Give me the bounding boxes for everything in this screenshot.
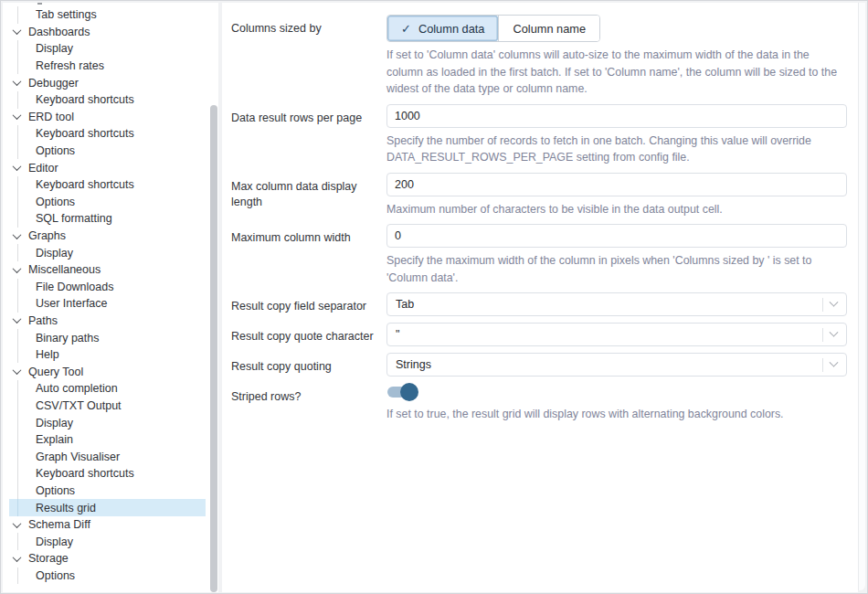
result-copy-quote-character-select[interactable]: ": [386, 323, 847, 346]
pref-help-columns-sized-by: If set to 'Column data' columns will aut…: [386, 47, 847, 98]
pref-help-striped-rows: If set to true, the result grid will dis…: [386, 406, 847, 423]
tree-item-display[interactable]: Display: [9, 414, 206, 431]
tree-item-tab-settings[interactable]: Tab settings: [9, 6, 206, 24]
tree-item-graph-visualiser[interactable]: Graph Visualiser: [9, 448, 206, 465]
columns-sized-by-option-column-name[interactable]: Column name: [498, 16, 599, 41]
pref-row-result-copy-quoting: Result copy quotingStrings: [231, 353, 847, 377]
pref-help-max-column-data-display-length: Maximum number of characters to be visib…: [386, 201, 847, 218]
preferences-panel: Columns sized by✓Column dataColumn nameI…: [222, 3, 858, 592]
tree-item-options[interactable]: Options: [9, 567, 206, 585]
tree-item-graphs[interactable]: Graphs: [9, 228, 206, 245]
tree-item-label: Binary paths: [36, 332, 99, 345]
chevron-down-icon[interactable]: [13, 111, 22, 120]
tree-item-user-interface[interactable]: User Interface: [9, 295, 206, 313]
chevron-down-icon[interactable]: [13, 553, 22, 562]
tree-item-label: Help: [36, 348, 59, 361]
tree-item-label: Options: [36, 196, 75, 208]
tree-item-keyboard-shortcuts[interactable]: Keyboard shortcuts: [9, 465, 206, 483]
tree-item-auto-completion[interactable]: Auto completion: [9, 380, 206, 398]
tree-item-refresh-rates[interactable]: Refresh rates: [9, 58, 206, 75]
pref-row-result-copy-field-separator: Result copy field separatorTab: [231, 292, 847, 316]
tree-item-miscellaneous[interactable]: Miscellaneous: [9, 261, 206, 279]
tree-item-label: CSV/TXT Output: [36, 399, 122, 412]
tree-item-explain[interactable]: Explain: [9, 431, 206, 449]
tree-item-dashboards[interactable]: Dashboards: [9, 24, 206, 41]
tree-item-display[interactable]: Display: [9, 40, 206, 58]
striped-rows-toggle[interactable]: [386, 383, 418, 401]
select-separator: [822, 358, 823, 372]
tree-item-keyboard-shortcuts[interactable]: Keyboard shortcuts: [9, 125, 206, 143]
pref-row-striped-rows: Striped rows?If set to true, the result …: [231, 383, 847, 423]
tree-item-keyboard-shortcuts[interactable]: Keyboard shortcuts: [9, 176, 206, 194]
tree-item-debugger[interactable]: Debugger: [9, 74, 206, 91]
tree-item-label: Options: [36, 144, 75, 157]
pref-row-maximum-column-width: Maximum column widthSpecify the maximum …: [231, 224, 847, 286]
tree-item-csv-txt-output[interactable]: CSV/TXT Output: [9, 398, 206, 415]
pref-label-maximum-column-width: Maximum column width: [231, 224, 386, 286]
tree-item-label: Results grid: [36, 502, 96, 514]
tree-item-options[interactable]: Options: [9, 483, 206, 500]
chevron-down-icon: [830, 357, 839, 366]
tree-item-editor[interactable]: Editor: [9, 159, 206, 176]
tree-item-label: Display: [36, 247, 73, 260]
preferences-window: Tab settingsDashboardsDisplayRefresh rat…: [0, 0, 868, 594]
chevron-down-icon[interactable]: [13, 519, 22, 528]
tree-item-keyboard-shortcuts[interactable]: Keyboard shortcuts: [9, 91, 206, 109]
tree-item-label: Debugger: [28, 77, 79, 90]
pref-label-data-result-rows-per-page: Data result rows per page: [231, 104, 386, 166]
columns-sized-by-toggle-group: ✓Column dataColumn name: [386, 15, 600, 42]
pref-label-columns-sized-by: Columns sized by: [231, 15, 386, 98]
panel-scrollbar[interactable]: [858, 3, 865, 590]
tree-item-help[interactable]: Help: [9, 346, 206, 364]
chevron-down-icon[interactable]: [13, 366, 22, 375]
maximum-column-width-input[interactable]: [386, 224, 847, 248]
pref-label-striped-rows: Striped rows?: [231, 383, 386, 423]
tree-item-display[interactable]: Display: [9, 533, 206, 550]
tree-item-label: Options: [36, 484, 75, 497]
tree-item-sql-formatting[interactable]: SQL formatting: [9, 210, 206, 228]
chevron-down-icon[interactable]: [13, 230, 22, 239]
tree-item-results-grid[interactable]: Results grid: [9, 499, 206, 516]
tree-item-storage[interactable]: Storage: [9, 550, 206, 567]
tree-item-binary-paths[interactable]: Binary paths: [9, 329, 206, 346]
tree-item-label: Refresh rates: [36, 59, 104, 72]
tree-item-paths[interactable]: Paths: [9, 313, 206, 330]
tree-item-label: Auto completion: [36, 382, 118, 395]
select-value: Strings: [396, 358, 822, 371]
tree-item-label: Display: [36, 42, 73, 55]
preferences-sidebar: Tab settingsDashboardsDisplayRefresh rat…: [3, 3, 218, 592]
result-copy-field-separator-select[interactable]: Tab: [386, 292, 847, 316]
tree-item-options[interactable]: Options: [9, 143, 206, 160]
select-separator: [822, 328, 823, 342]
data-result-rows-per-page-input[interactable]: [386, 104, 847, 128]
tree-item-file-downloads[interactable]: File Downloads: [9, 279, 206, 296]
select-value: ": [396, 328, 822, 341]
tree-item-options[interactable]: Options: [9, 194, 206, 211]
preferences-tree: Tab settingsDashboardsDisplayRefresh rat…: [9, 6, 206, 584]
tree-item-label: Graphs: [28, 229, 66, 242]
sidebar-scrollbar-thumb[interactable]: [210, 105, 217, 592]
pref-row-data-result-rows-per-page: Data result rows per pageSpecify the num…: [231, 104, 847, 166]
pref-label-result-copy-quoting: Result copy quoting: [231, 353, 386, 377]
chevron-down-icon[interactable]: [13, 27, 22, 36]
tree-item-label: Schema Diff: [28, 518, 90, 531]
tree-item-query-tool[interactable]: Query Tool: [9, 363, 206, 380]
columns-sized-by-option-column-data[interactable]: ✓Column data: [387, 16, 498, 41]
chevron-down-icon[interactable]: [13, 315, 22, 324]
chevron-down-icon[interactable]: [13, 264, 22, 273]
tree-item-label: Storage: [28, 552, 69, 565]
chevron-down-icon[interactable]: [13, 77, 22, 86]
tree-item-schema-diff[interactable]: Schema Diff: [9, 516, 206, 534]
max-column-data-display-length-input[interactable]: [386, 173, 847, 196]
clipped-tree-item: [37, 3, 42, 5]
tree-item-label: Dashboards: [28, 26, 90, 38]
tree-item-label: Graph Visualiser: [36, 451, 120, 463]
sidebar-scrollbar[interactable]: [210, 3, 217, 592]
tree-item-label: Keyboard shortcuts: [36, 467, 134, 480]
chevron-down-icon[interactable]: [13, 162, 22, 171]
tree-item-label: Tab settings: [36, 8, 97, 21]
result-copy-quoting-select[interactable]: Strings: [386, 353, 847, 377]
pref-label-result-copy-field-separator: Result copy field separator: [231, 292, 386, 316]
tree-item-erd-tool[interactable]: ERD tool: [9, 109, 206, 126]
tree-item-display[interactable]: Display: [9, 244, 206, 261]
